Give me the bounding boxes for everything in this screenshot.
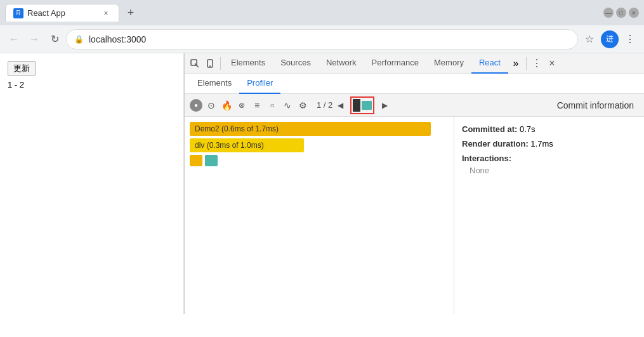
- devtools-tabs-bar: Elements Sources Network Performance Mem…: [185, 53, 644, 74]
- profiler-settings-btn[interactable]: ⚙: [296, 99, 309, 112]
- page-content: 更新 1 - 2: [0, 53, 184, 314]
- clear-btn[interactable]: ⊗: [235, 99, 248, 112]
- more-btn[interactable]: ⋮: [621, 30, 639, 48]
- committed-at-row: Committed at: 0.7s: [462, 124, 636, 134]
- interactions-row: Interactions: None: [462, 154, 636, 175]
- devtools-more-tabs-btn[interactable]: »: [508, 56, 523, 71]
- interactions-none: None: [470, 166, 636, 175]
- devtools-tab-sources-label: Sources: [280, 58, 311, 67]
- flame-bar-small-teal: [205, 155, 218, 166]
- flame-btn[interactable]: 🔥: [220, 99, 233, 112]
- commit-bar-2: [362, 101, 372, 110]
- devtools-tab-react[interactable]: React: [471, 53, 508, 74]
- flame-bar-demo2[interactable]: Demo2 (0.6ms of 1.7ms): [190, 122, 431, 136]
- tab-title: React App: [27, 8, 65, 18]
- filter-btn[interactable]: ≡: [251, 99, 263, 112]
- nav-actions: ☆ 进 ⋮: [581, 30, 639, 48]
- device-toolbar-btn[interactable]: [202, 56, 218, 71]
- screenshot-btn[interactable]: ○: [266, 99, 279, 112]
- maximize-btn[interactable]: □: [616, 8, 626, 18]
- flamegraph-btn[interactable]: ∿: [281, 99, 294, 112]
- profiler-commit-info-panel: Committed at: 0.7s Render duration: 1.7m…: [454, 117, 644, 314]
- window-controls: — □ ×: [603, 8, 639, 18]
- react-tab-profiler-label: Profiler: [247, 78, 273, 88]
- devtools-more-icon: »: [513, 58, 518, 69]
- flame-row-small: [190, 155, 449, 166]
- browser-tab[interactable]: R React App ×: [5, 4, 119, 22]
- flame-bar-small-orange: [190, 155, 202, 166]
- render-duration-row: Render duration: 1.7ms: [462, 139, 636, 149]
- devtools-tab-memory-label: Memory: [434, 58, 464, 67]
- interactions-label: Interactions:: [462, 154, 636, 163]
- new-tab-btn[interactable]: +: [122, 4, 140, 22]
- refresh-btn[interactable]: ↻: [46, 30, 63, 48]
- profiler-flame-chart: Demo2 (0.6ms of 1.7ms) div (0.3ms of 1.0…: [185, 117, 454, 314]
- profiler-content: Demo2 (0.6ms of 1.7ms) div (0.3ms of 1.0…: [185, 117, 644, 314]
- close-btn[interactable]: ×: [629, 8, 639, 18]
- main-area: 更新 1 - 2 Elements Sour: [0, 53, 644, 314]
- minimize-btn[interactable]: —: [603, 8, 614, 18]
- inspect-element-btn[interactable]: [187, 56, 202, 71]
- react-tab-profiler[interactable]: Profiler: [239, 74, 280, 94]
- commit-bar-container: [350, 96, 374, 114]
- url-display: localhost:3000: [89, 34, 570, 44]
- profile-btn[interactable]: 进: [601, 30, 619, 48]
- profiler-nav-text: 1 / 2: [317, 100, 332, 110]
- devtools-tab-elements-label: Elements: [231, 58, 265, 67]
- profiler-nav: 1 / 2 ◀ ▶: [317, 96, 391, 114]
- devtools-tab-memory[interactable]: Memory: [426, 53, 471, 74]
- profiler-toolbar: ● ⊙ 🔥 ⊗ ≡ ○ ∿ ⚙ 1 / 2 ◀: [185, 94, 644, 117]
- forward-btn[interactable]: →: [25, 30, 43, 48]
- back-btn[interactable]: ←: [5, 30, 23, 48]
- flame-row-div[interactable]: div (0.3ms of 1.0ms): [190, 138, 449, 152]
- reload-record-btn[interactable]: ⊙: [205, 99, 218, 112]
- devtools-tab-react-label: React: [479, 58, 501, 67]
- devtools-tab-performance-label: Performance: [372, 58, 419, 67]
- update-btn[interactable]: 更新: [8, 61, 36, 76]
- render-duration-value-text: 1.7ms: [530, 139, 553, 149]
- committed-at-value-text: 0.7s: [520, 124, 536, 134]
- profiler-next-btn[interactable]: ▶: [378, 99, 391, 112]
- tab-close-btn[interactable]: ×: [101, 8, 111, 18]
- commit-info-label: Commit information: [557, 100, 634, 110]
- devtools-tab-elements[interactable]: Elements: [223, 53, 273, 74]
- devtools-tab-network[interactable]: Network: [319, 53, 364, 74]
- devtools-panel: Elements Sources Network Performance Mem…: [184, 53, 644, 314]
- devtools-close-btn[interactable]: ×: [544, 56, 560, 71]
- react-tab-elements-label: Elements: [197, 78, 232, 88]
- render-duration-label: Render duration:: [462, 139, 529, 149]
- nav-bar: ← → ↻ 🔒 localhost:3000 ☆ 进 ⋮: [0, 25, 644, 53]
- committed-at-label: Committed at:: [462, 124, 517, 134]
- commit-bar-1: [353, 99, 360, 112]
- devtools-separator-1: [220, 57, 221, 70]
- devtools-settings-btn[interactable]: ⋮: [529, 56, 544, 71]
- flame-bar-div-label: div (0.3ms of 1.0ms): [195, 141, 264, 150]
- address-bar[interactable]: 🔒 localhost:3000: [66, 29, 578, 50]
- flame-bar-demo2-label: Demo2 (0.6ms of 1.7ms): [195, 124, 279, 133]
- flame-bar-div[interactable]: div (0.3ms of 1.0ms): [190, 138, 304, 152]
- page-text: 1 - 2: [8, 80, 176, 89]
- devtools-tab-network-label: Network: [326, 58, 357, 67]
- lock-icon: 🔒: [74, 35, 84, 44]
- record-btn[interactable]: ●: [190, 99, 202, 112]
- favicon: R: [13, 8, 23, 18]
- devtools-tab-sources[interactable]: Sources: [273, 53, 319, 74]
- profiler-prev-btn[interactable]: ◀: [334, 99, 346, 112]
- bookmark-btn[interactable]: ☆: [581, 30, 598, 48]
- react-tab-elements[interactable]: Elements: [190, 74, 239, 94]
- flame-row-demo2[interactable]: Demo2 (0.6ms of 1.7ms): [190, 122, 449, 136]
- devtools-tab-performance[interactable]: Performance: [364, 53, 426, 74]
- devtools-separator-2: [526, 57, 527, 70]
- commit-info: Committed at: 0.7s Render duration: 1.7m…: [462, 124, 636, 175]
- title-bar: R React App × + — □ ×: [0, 0, 644, 25]
- react-devtools-tabs: Elements Profiler: [185, 74, 644, 94]
